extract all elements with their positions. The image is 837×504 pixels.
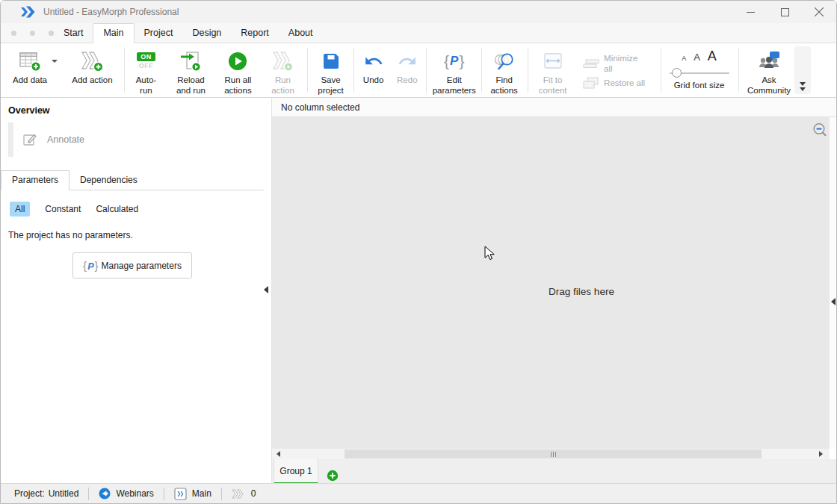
- mouse-cursor: [484, 246, 495, 261]
- ask-community-button[interactable]: Ask Community: [744, 43, 795, 97]
- minimize-all-label: Minimize all: [604, 54, 644, 75]
- group-tab[interactable]: Group 1: [274, 459, 318, 485]
- community-icon: [757, 51, 781, 72]
- easymorph-logo-icon: [21, 6, 35, 18]
- annotate-pencil-icon: [22, 132, 37, 147]
- scroll-right-button[interactable]: [815, 449, 827, 459]
- maximize-icon: [781, 8, 789, 16]
- ribbon-collapse-button[interactable]: [794, 46, 811, 94]
- annotate-label: Annotate: [47, 134, 84, 145]
- drop-hint-text: Drag files here: [549, 286, 614, 297]
- column-info-text: No column selected: [281, 102, 359, 113]
- project-name: Untitled: [49, 488, 79, 499]
- chevron-down-icon: [800, 82, 806, 86]
- parameter-filters: All Constant Calculated: [10, 202, 138, 217]
- annotate-item[interactable]: Annotate: [8, 122, 84, 157]
- menu-tab-main[interactable]: Main: [93, 23, 134, 43]
- webinars-link[interactable]: Webinars: [99, 488, 153, 500]
- sidebar-collapse-arrow[interactable]: [264, 286, 268, 293]
- search-actions-icon: [493, 51, 516, 72]
- minimize-icon: [747, 8, 755, 16]
- arrow-left-icon: [277, 451, 280, 457]
- minimize-button[interactable]: [733, 1, 767, 23]
- add-action-label: Add action: [72, 75, 112, 86]
- redo-button: Redo: [391, 43, 423, 97]
- action-plus-icon: [80, 50, 104, 72]
- horizontal-scrollbar[interactable]: [272, 449, 830, 459]
- parameters-icon: {P}: [444, 49, 464, 73]
- right-panel-collapse-arrow[interactable]: [831, 298, 836, 305]
- font-size-letters: A A A: [682, 49, 717, 65]
- add-data-dropdown-caret[interactable]: [52, 60, 58, 63]
- close-icon: [815, 7, 824, 16]
- left-sidebar: Overview Annotate Parameters Dependencie…: [1, 98, 272, 485]
- ask-community-label: Ask Community: [744, 75, 794, 96]
- chevron-down-icon: [800, 87, 806, 91]
- close-button[interactable]: [802, 1, 836, 23]
- reload-and-run-button[interactable]: Reload and run: [169, 43, 213, 97]
- action-count: 0: [251, 488, 256, 499]
- reload-run-icon: [179, 50, 202, 72]
- find-actions-button[interactable]: Find actions: [484, 43, 525, 97]
- ribbon-toolbar: Add data Add action ON OFF Auto-run: [1, 43, 836, 98]
- run-all-actions-button[interactable]: Run all actions: [217, 43, 259, 97]
- status-dot: [11, 31, 16, 36]
- fit-to-content-label: Fit to content: [534, 75, 572, 96]
- status-bar: Project: Untitled Webinars Main: [1, 483, 836, 503]
- menu-tab-about[interactable]: About: [279, 24, 323, 43]
- minimize-all-icon: [583, 59, 599, 69]
- add-group-button[interactable]: [323, 466, 342, 485]
- undo-button[interactable]: Undo: [356, 43, 391, 97]
- slider-knob[interactable]: [672, 68, 682, 78]
- menu-tab-project[interactable]: Project: [135, 24, 183, 43]
- drop-zone-canvas[interactable]: Drag files here: [272, 117, 830, 449]
- tab-dependencies[interactable]: Dependencies: [70, 171, 148, 190]
- webinars-icon: [99, 488, 111, 500]
- scrollbar-thumb[interactable]: [345, 449, 762, 458]
- font-size-slider[interactable]: [670, 68, 729, 78]
- action-counter[interactable]: 0: [232, 488, 256, 499]
- edit-parameters-button[interactable]: {P} Edit parameters: [428, 43, 480, 97]
- main-module-item[interactable]: Main: [174, 488, 211, 500]
- project-label: Project:: [14, 488, 45, 499]
- right-panel-strip: [830, 117, 836, 449]
- annotate-accent-bar: [8, 122, 13, 157]
- add-data-button[interactable]: Add data: [8, 43, 52, 86]
- title-bar: Untitled - EasyMorph Professional: [1, 1, 836, 23]
- add-action-button[interactable]: Add action: [68, 43, 117, 97]
- grid-font-size-label: Grid font size: [674, 81, 725, 91]
- menu-tab-report[interactable]: Report: [231, 24, 279, 43]
- edit-parameters-label: Edit parameters: [430, 75, 479, 96]
- maximize-button[interactable]: [767, 1, 802, 23]
- manage-parameters-button[interactable]: {P} Manage parameters: [72, 252, 192, 279]
- menu-tab-start[interactable]: Start: [54, 24, 93, 43]
- no-parameters-message: The project has no parameters.: [8, 230, 133, 240]
- auto-run-toggle[interactable]: ON OFF Auto-run: [129, 43, 163, 97]
- restore-all-button: Restore all: [583, 77, 653, 90]
- sidebar-tabs: Parameters Dependencies: [1, 170, 264, 190]
- filter-calculated[interactable]: Calculated: [96, 204, 138, 214]
- column-info-bar: No column selected: [272, 98, 836, 117]
- status-dots: [11, 31, 54, 36]
- grid-font-size-control: A A A Grid font size: [664, 43, 733, 97]
- zoom-out-button[interactable]: [812, 122, 829, 142]
- group-tab-strip: Group 1: [272, 459, 836, 485]
- undo-icon: [364, 52, 383, 71]
- auto-run-label: Auto-run: [132, 75, 160, 96]
- scroll-left-button[interactable]: [272, 449, 285, 459]
- add-data-label: Add data: [13, 75, 47, 86]
- easymorph-window: Untitled - EasyMorph Professional Start …: [0, 0, 837, 504]
- filter-constant[interactable]: Constant: [45, 204, 81, 214]
- actions-chevrons-icon: [232, 489, 246, 499]
- on-off-icon: ON OFF: [137, 49, 155, 73]
- tab-parameters[interactable]: Parameters: [1, 170, 70, 190]
- filter-all[interactable]: All: [10, 202, 30, 217]
- redo-icon: [398, 52, 417, 71]
- menu-tab-design[interactable]: Design: [182, 24, 231, 43]
- floppy-disk-icon: [321, 52, 341, 71]
- save-project-button[interactable]: Save project: [311, 43, 350, 97]
- parameters-icon: {P}: [83, 259, 98, 273]
- play-circle-icon: [227, 51, 248, 72]
- status-dot: [30, 31, 35, 36]
- status-dot: [49, 31, 54, 36]
